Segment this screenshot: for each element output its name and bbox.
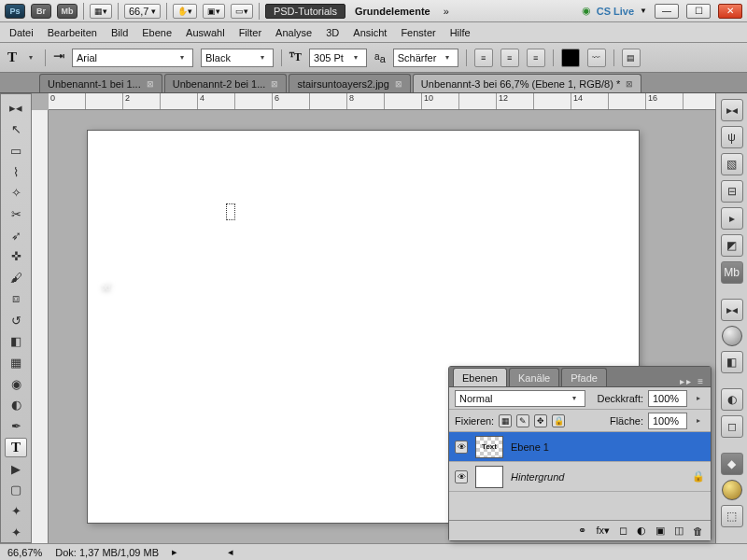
dock-adjust-icon[interactable]: ◐ [721,388,743,411]
pen-tool[interactable]: ✒ [5,416,27,437]
wand-tool[interactable]: ✧ [5,183,27,203]
dock-layers-icon[interactable]: ◆ [721,453,743,475]
dock-channels-icon[interactable] [722,480,742,500]
document-tab[interactable]: Unbenannt-2 bei 1...⊠ [164,74,288,92]
panel-menu-icon[interactable]: ▸▸ ≡ [680,376,705,386]
scrollbar-left-icon[interactable]: ◂ [228,546,233,558]
fill-slider-icon[interactable]: ▸ [692,416,705,425]
opacity-slider-icon[interactable]: ▸ [692,394,705,402]
gradient-tool[interactable]: ▦ [5,353,27,373]
font-family-field[interactable]: Arial▾ [72,49,193,67]
screen-mode-btn[interactable]: ▭▾ [231,4,253,19]
app-icon[interactable]: Ps [5,4,25,19]
crop-tool[interactable]: ✂ [5,204,27,225]
document-tab[interactable]: Unbenannt-1 bei 1...⊠ [39,74,162,92]
status-chevron-icon[interactable]: ▸ [172,546,177,558]
close-tab-icon[interactable]: ⊠ [626,79,633,89]
dock-color-wheel[interactable] [722,326,742,346]
eyedropper-tool[interactable]: ➶ [5,225,27,245]
align-right-btn[interactable]: ≡ [527,49,545,67]
visibility-toggle[interactable]: 👁 [455,441,468,454]
menu-fenster[interactable]: Fenster [401,27,435,38]
dock-minibridge-icon[interactable]: Mb [721,261,743,284]
dock-brushpresets-icon[interactable]: ⊟ [721,180,743,203]
tab-handle-icon[interactable]: ▸◂ [5,98,27,119]
blend-mode-field[interactable]: Normal▾ [455,390,585,407]
menu-analyse[interactable]: Analyse [275,27,312,38]
status-zoom[interactable]: 66,67% [7,547,42,558]
menu-ebene[interactable]: Ebene [142,27,172,38]
move-tool[interactable]: ↖ [5,119,27,140]
character-panel-btn[interactable]: ▤ [622,49,641,67]
bridge-icon[interactable]: Br [31,4,51,19]
lasso-tool[interactable]: ⌇ [5,161,27,182]
blur-tool[interactable]: ◉ [5,373,27,394]
path-select-tool[interactable]: ▶ [5,458,27,479]
fill-field[interactable]: 100% [648,413,687,429]
menu-ansicht[interactable]: Ansicht [353,27,387,38]
new-layer-icon[interactable]: ◫ [674,525,684,537]
close-tab-icon[interactable]: ⊠ [147,79,154,89]
zoom-field[interactable]: 66,7 ▾ [124,4,161,19]
marquee-tool[interactable]: ▭ [5,140,27,161]
link-layers-icon[interactable]: ⚭ [578,525,586,537]
dock-paths-icon[interactable]: ⬚ [721,505,743,527]
text-color-swatch[interactable] [561,49,580,67]
window-minimize[interactable]: — [655,4,679,19]
dock-histogram-icon[interactable]: ▸◂ [721,99,743,121]
brush-tool[interactable]: 🖌 [5,268,27,288]
minibridge-icon[interactable]: Mb [57,4,78,19]
menu-auswahl[interactable]: Auswahl [186,27,225,38]
text-orientation-icon[interactable]: ⭲ [53,50,64,64]
cslive-label[interactable]: CS Live [597,6,634,17]
view-rulers-btn[interactable]: ▦▾ [90,4,112,19]
stamp-tool[interactable]: ⧈ [5,288,27,309]
eraser-tool[interactable]: ◧ [5,331,27,352]
close-tab-icon[interactable]: ⊠ [271,79,278,89]
window-maximize[interactable]: ☐ [686,4,711,19]
workspace-group[interactable]: Grundelemente [351,6,434,17]
document-tab[interactable]: Unbenannt-3 bei 66,7% (Ebene 1, RGB/8) *… [413,74,641,92]
lock-position-icon[interactable]: ✥ [534,414,547,427]
panel-tab-kanäle[interactable]: Kanäle [509,368,559,386]
font-size-field[interactable]: 305 Pt▾ [309,49,367,67]
menu-datei[interactable]: Datei [9,27,34,38]
lock-pixels-icon[interactable]: ✎ [516,414,529,427]
dock-swatches-icon[interactable]: ◧ [721,351,743,373]
close-tab-icon[interactable]: ⊠ [395,79,402,89]
menu-hilfe[interactable]: Hilfe [450,27,471,38]
chevrons-icon[interactable]: » [440,6,453,17]
layer-row[interactable]: 👁Hintergrund🔒 [449,462,711,492]
menu-bearbeiten[interactable]: Bearbeiten [48,27,97,38]
dock-styles-icon[interactable]: ◩ [721,234,743,257]
arrange-btn[interactable]: ▣▾ [203,4,225,19]
status-docsize[interactable]: Dok: 1,37 MB/1,09 MB [55,547,159,558]
workspace-label[interactable]: PSD-Tutorials [265,4,345,19]
warp-text-btn[interactable]: 〰 [587,49,606,67]
align-center-btn[interactable]: ≡ [500,49,519,67]
lock-transparent-icon[interactable]: ▦ [499,414,512,427]
document-tab[interactable]: stairsuntoayers2.jpg⊠ [289,74,410,92]
menu-bild[interactable]: Bild [111,27,128,38]
layer-row[interactable]: 👁TextEbene 1 [449,432,711,462]
layer-group-icon[interactable]: ▣ [655,525,665,537]
heal-tool[interactable]: ✜ [5,246,27,267]
adjustment-layer-icon[interactable]: ◐ [637,525,646,537]
align-left-btn[interactable]: ≡ [474,49,493,67]
lock-all-icon[interactable]: 🔒 [552,414,565,427]
dock-masks-icon[interactable]: ◻ [721,415,743,438]
dock-expand-icon[interactable]: ▸◂ [721,299,743,321]
dock-brush-icon[interactable]: ψ [721,126,743,148]
3d-tool[interactable]: ✦ [5,501,27,522]
type-tool[interactable]: T [5,438,27,458]
hand-btn[interactable]: ✋▾ [173,4,197,19]
layer-thumbnail[interactable]: Text [475,436,503,458]
delete-layer-icon[interactable]: 🗑 [693,525,703,537]
opacity-field[interactable]: 100% [648,390,687,407]
text-presets-dd[interactable]: ▾ [24,53,37,62]
font-weight-field[interactable]: Black▾ [201,49,274,67]
dock-copysrc-icon[interactable]: ▧ [721,153,743,175]
layer-fx-icon[interactable]: fx▾ [596,525,610,537]
history-brush-tool[interactable]: ↺ [5,310,27,330]
3d-camera-tool[interactable]: ✦ [5,522,27,542]
